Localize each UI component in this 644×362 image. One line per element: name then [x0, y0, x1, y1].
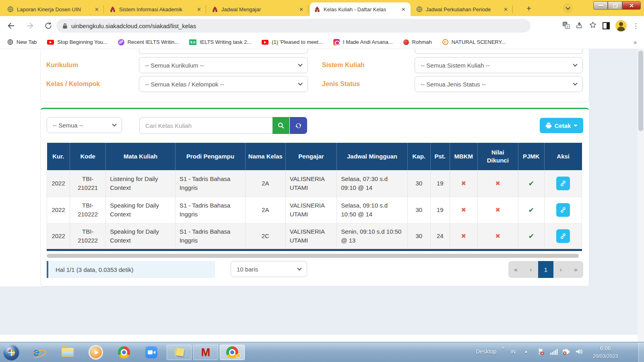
search-input[interactable]	[139, 117, 272, 134]
refresh-icon	[295, 122, 302, 129]
tab-sistem-informasi[interactable]: Sistem Informasi Akademik ✕	[105, 2, 206, 16]
tab-kelas-kuliah-active[interactable]: Kelas Kuliah - Daftar Kelas ✕	[310, 2, 411, 16]
windows-logo-icon	[8, 349, 15, 356]
print-button[interactable]: Cetak	[540, 118, 583, 133]
search-button[interactable]	[272, 117, 289, 134]
table-row: 2022 TBI-210221 Listening for Daily Cont…	[47, 170, 582, 197]
bookmark-item[interactable]: (1) 'Pleased to meet...	[262, 39, 323, 45]
file-explorer-button[interactable]	[60, 346, 75, 359]
bookmark-item[interactable]: C NATURAL SCENERY...	[442, 39, 506, 45]
prev-page-button[interactable]: ‹	[523, 261, 538, 278]
next-page-button[interactable]: ›	[553, 261, 568, 278]
tab-laporan-kinerja[interactable]: Laporan Kinerja Dosen UIN ✕	[3, 2, 104, 16]
speaker-icon[interactable]	[575, 348, 584, 357]
tab-close-icon[interactable]: ✕	[400, 6, 407, 12]
action-center-flag-icon[interactable]	[537, 348, 545, 357]
tray-expand-icon[interactable]: ▲	[524, 349, 528, 354]
bookmark-item[interactable]: I Made Andi Arsana...	[333, 39, 393, 45]
bookmark-star-icon[interactable]	[589, 21, 597, 31]
kelas-kelompok-select[interactable]: -- Semua Kelas / Kelompok --	[139, 76, 308, 92]
table-row: 2022 TBI-210222 Speaking for Daily Conte…	[47, 223, 582, 250]
rohmah-site-icon	[403, 39, 409, 45]
desktop-toolbar-label[interactable]: Desktop	[476, 348, 496, 355]
pagination-info: Hal 1/1 (3 data, 0.0353 detik)	[47, 261, 215, 278]
taskbar-clock[interactable]: 6:06 20/03/2023	[584, 344, 626, 360]
kurikulum-select[interactable]: -- Semua Kurikulum --	[139, 57, 308, 73]
translate-icon[interactable]: G文	[562, 21, 570, 31]
back-button[interactable]	[6, 20, 17, 31]
show-desktop-button[interactable]	[638, 342, 644, 362]
network-signal-icon[interactable]	[550, 348, 558, 357]
menu-kebab-icon[interactable]: ⋮	[632, 22, 639, 30]
new-tab-button[interactable]: +	[523, 3, 535, 14]
mcafee-icon: M	[201, 347, 211, 358]
bookmark-item[interactable]: Stop Beginning You...	[47, 39, 107, 45]
bookmark-item[interactable]: Rohmah	[403, 39, 432, 45]
reload-button[interactable]	[43, 20, 54, 31]
mcafee-window-button[interactable]: M	[193, 345, 218, 360]
start-button[interactable]	[3, 344, 19, 360]
sticky-notes-window-button[interactable]	[167, 345, 192, 360]
power-battery-icon[interactable]	[562, 348, 571, 357]
uin-favicon-icon	[109, 6, 116, 12]
profile-avatar[interactable]	[615, 20, 627, 31]
chrome-window-button-active[interactable]	[220, 345, 245, 360]
class-table: Kur. Kode Mata Kuliah Prodi Pengampu Nam…	[47, 143, 582, 251]
zoom-button[interactable]	[144, 346, 159, 359]
lock-icon	[63, 23, 67, 29]
page-1-button[interactable]: 1	[538, 261, 553, 278]
horizontal-scrollbar[interactable]	[47, 254, 579, 258]
restore-button[interactable]	[608, 1, 622, 10]
youtube-icon	[47, 40, 54, 45]
refresh-button[interactable]	[290, 117, 307, 134]
scrollbar-thumb[interactable]	[638, 51, 643, 131]
status-filter-select[interactable]: -- Semua --	[47, 117, 122, 133]
language-indicator[interactable]: IN	[510, 349, 516, 355]
forward-button[interactable]	[24, 20, 35, 31]
link-icon	[559, 232, 567, 240]
share-icon[interactable]	[576, 21, 583, 31]
link-action-button[interactable]	[556, 229, 570, 243]
clock-date: 20/03/2023	[584, 353, 626, 360]
link-action-button[interactable]	[556, 203, 570, 217]
tab-jadwal-perkuliahan[interactable]: Jadwal Perkuliahan Periode ✕	[412, 2, 513, 16]
page-background-band	[0, 286, 638, 335]
jenis-status-select[interactable]: -- Semua Jenis Status --	[415, 76, 583, 92]
cut-off-select[interactable]	[139, 49, 308, 54]
globe-icon	[7, 6, 14, 12]
minimize-button[interactable]	[593, 1, 608, 10]
chrome-button[interactable]	[117, 346, 131, 359]
browser-scrollbar[interactable]	[638, 49, 644, 342]
browser-tab-strip: Laporan Kinerja Dosen UIN ✕ Sistem Infor…	[0, 0, 644, 16]
check-icon: ✔	[528, 206, 534, 214]
check-icon: ✔	[528, 179, 534, 187]
tab-title: Sistem Informasi Akademik	[119, 6, 193, 12]
tab-close-icon[interactable]: ✕	[94, 6, 100, 12]
chrome-icon	[118, 346, 130, 358]
bookmark-item[interactable]: 9.0 IELTS Writing task 2...	[189, 39, 251, 45]
table-header-row: Kur. Kode Mata Kuliah Prodi Pengampu Nam…	[47, 143, 582, 170]
first-page-button[interactable]: «	[508, 261, 523, 278]
cross-icon: ✖	[495, 232, 500, 240]
last-page-button[interactable]: »	[568, 261, 583, 278]
tab-close-icon[interactable]: ✕	[298, 6, 304, 12]
bookmark-new-tab[interactable]: New Tab	[7, 39, 37, 45]
bookmarks-overflow-chevron[interactable]: »	[634, 39, 637, 45]
sistem-kuliah-select[interactable]: -- Semua Sistem Kuliah --	[415, 57, 583, 73]
tab-close-icon[interactable]: ✕	[196, 6, 202, 12]
cut-off-select[interactable]	[415, 49, 583, 54]
bookmark-item[interactable]: Recent IELTS Writin...	[118, 39, 179, 45]
media-player-button[interactable]	[89, 346, 103, 359]
page-size-select[interactable]: 10 baris	[231, 261, 307, 277]
internet-explorer-button[interactable]: e	[29, 346, 43, 359]
zoom-camera-icon	[145, 346, 157, 358]
address-bar[interactable]: uinbengkulu.siakadcloud.com/siakad/list_…	[56, 19, 530, 33]
tab-close-icon[interactable]: ✕	[503, 6, 509, 12]
browser-toolbar: uinbengkulu.siakadcloud.com/siakad/list_…	[0, 16, 644, 35]
close-button[interactable]: ✕	[622, 1, 641, 10]
desktop-toolbar-chevron[interactable]: »	[502, 344, 504, 350]
tab-search-chevron-icon[interactable]	[563, 3, 573, 13]
side-panel-icon[interactable]	[603, 22, 610, 29]
link-action-button[interactable]	[556, 177, 570, 190]
tab-jadwal-mengajar[interactable]: Jadwal Mengajar ✕	[208, 2, 308, 16]
